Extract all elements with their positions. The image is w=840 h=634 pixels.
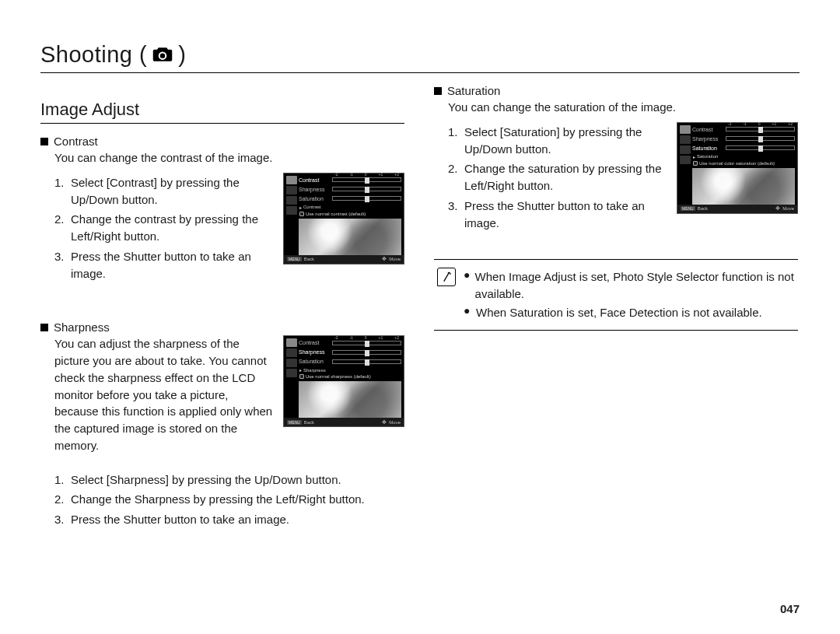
step-number: 3. (54, 511, 67, 528)
move-arrows-icon: ✥ (382, 256, 387, 262)
lcd-preview-sharpness: Contrast-2-10+1+2SharpnessSaturation▸Sha… (283, 335, 404, 427)
note-box: ●When Image Adjust is set, Photo Style S… (434, 259, 798, 330)
move-arrows-icon: ✥ (775, 205, 780, 212)
step-number: 2. (448, 160, 460, 194)
contrast-subsection: Contrast You can change the contrast of … (40, 135, 404, 283)
lcd-menu-item: Saturation (299, 359, 330, 364)
camera-icon (152, 42, 173, 68)
step-number: 3. (54, 248, 67, 282)
saturation-heading: Saturation (434, 84, 798, 97)
chapter-title-suffix: ) (178, 42, 186, 68)
lcd-current-label: ▸Saturation (692, 153, 795, 159)
step-number: 2. (54, 211, 67, 245)
move-arrows-icon: ✥ (382, 419, 387, 426)
note-text: When Saturation is set, Face Detection i… (476, 304, 762, 321)
sharpness-subsection: Sharpness You can adjust the sharpness o… (40, 321, 404, 530)
chapter-title: Shooting ( ) (40, 42, 800, 68)
lcd-menu-item: Contrast (299, 177, 330, 183)
step-number: 2. (54, 491, 67, 508)
chapter-divider (40, 72, 800, 73)
lcd-preview-saturation: Contrast-2-10+1+2SharpnessSaturation▸Sat… (677, 122, 798, 214)
lcd-current-label: ▸Contrast (299, 204, 401, 210)
step-text: Press the Shutter button to take an imag… (464, 198, 669, 232)
saturation-steps: 1.Select [Saturation] by pressing the Up… (448, 122, 669, 233)
triangle-icon: ▸ (299, 367, 302, 373)
contrast-desc: You can change the contrast of the image… (54, 149, 404, 166)
step-text: Press the Shutter button to take an imag… (71, 248, 275, 282)
note-list: ●When Image Adjust is set, Photo Style S… (464, 268, 795, 321)
lcd-move-label: ✥Move (382, 256, 401, 262)
lcd-move-label: ✥Move (775, 205, 794, 212)
sharpness-desc: You can adjust the sharpness of the pict… (54, 335, 275, 454)
contrast-heading: Contrast (40, 135, 404, 148)
saturation-desc: You can change the saturation of the ima… (448, 99, 798, 116)
contrast-steps: 1.Select [Contrast] by pressing the Up/D… (54, 173, 275, 284)
lcd-preview-contrast: Contrast-2-10+1+2SharpnessSaturation▸Con… (283, 173, 404, 264)
lcd-hint: Use normal sharpness (default) (299, 373, 401, 379)
info-dot-icon (693, 161, 698, 166)
step-number: 1. (54, 174, 67, 208)
lcd-back-label: MENUBack (287, 257, 314, 261)
menu-badge-icon: MENU (287, 257, 302, 261)
sharpness-steps: 1.Select [Sharpness] by pressing the Up/… (54, 470, 404, 530)
lcd-current-label: ▸Sharpness (299, 366, 401, 373)
menu-badge-icon: MENU (681, 206, 695, 211)
step-text: Select [Saturation] by pressing the Up/D… (464, 124, 669, 158)
step-text: Select [Contrast] by pressing the Up/Dow… (71, 174, 275, 208)
lcd-move-label: ✥Move (382, 419, 401, 426)
square-bullet-icon (434, 87, 442, 95)
lcd-back-label: MENUBack (681, 206, 708, 211)
step-text: Change the saturation by pressing the Le… (464, 160, 669, 194)
menu-badge-icon: MENU (287, 420, 302, 425)
step-text: Change the Sharpness by pressing the Lef… (71, 491, 365, 508)
step-text: Press the Shutter button to take an imag… (71, 511, 289, 528)
chapter-title-prefix: Shooting ( (40, 42, 147, 68)
lcd-preview-image (692, 168, 795, 205)
info-dot-icon (299, 212, 304, 216)
note-text: When Image Adjust is set, Photo Style Se… (475, 268, 795, 303)
lcd-menu-item: Sharpness (299, 187, 330, 192)
lcd-hint: Use normal color saturation (default) (692, 160, 795, 166)
square-bullet-icon (40, 324, 48, 331)
section-divider (40, 123, 404, 124)
lcd-menu-item: Saturation (299, 196, 330, 201)
step-number: 1. (448, 124, 460, 158)
lcd-preview-image (299, 381, 401, 418)
lcd-menu-item: Contrast (299, 340, 330, 345)
triangle-icon: ▸ (299, 205, 302, 210)
sharpness-heading: Sharpness (40, 321, 404, 334)
bullet-icon: ● (464, 268, 471, 303)
contrast-label: Contrast (54, 135, 98, 148)
lcd-menu-item: Sharpness (692, 136, 723, 142)
page-number: 047 (780, 602, 800, 615)
step-number: 3. (448, 198, 460, 232)
lcd-hint: Use normal contrast (default) (299, 211, 401, 216)
lcd-menu-item: Saturation (692, 145, 723, 151)
saturation-subsection: Saturation You can change the saturation… (434, 84, 798, 233)
triangle-icon: ▸ (693, 154, 695, 159)
section-title: Image Adjust (40, 100, 404, 120)
info-dot-icon (299, 374, 304, 379)
note-icon (437, 268, 456, 286)
saturation-label: Saturation (447, 84, 500, 97)
lcd-preview-image (299, 219, 401, 255)
bullet-icon: ● (464, 304, 471, 321)
lcd-back-label: MENUBack (287, 420, 314, 425)
step-text: Select [Sharpness] by pressing the Up/Do… (71, 471, 341, 489)
lcd-menu-item: Sharpness (299, 349, 330, 355)
sharpness-label: Sharpness (54, 321, 110, 334)
step-text: Change the contrast by pressing the Left… (71, 211, 275, 245)
step-number: 1. (54, 471, 67, 489)
lcd-menu-item: Contrast (692, 127, 723, 132)
square-bullet-icon (40, 138, 48, 145)
